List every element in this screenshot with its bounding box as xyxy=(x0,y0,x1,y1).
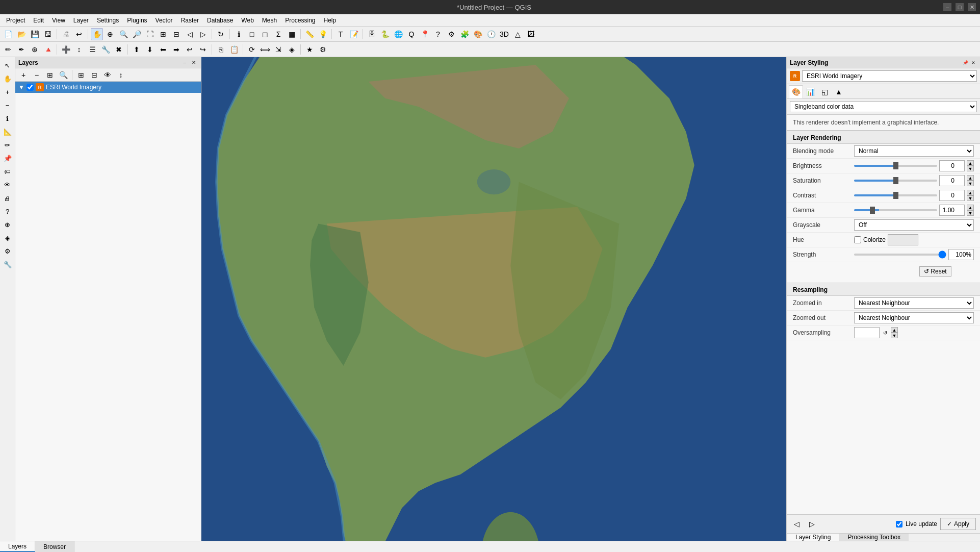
identify-button[interactable]: ℹ xyxy=(233,28,245,40)
browser-button[interactable]: 🌐 xyxy=(392,28,404,40)
apply-button[interactable]: ✓ Apply xyxy=(940,518,976,530)
close-button[interactable]: ✕ xyxy=(968,3,976,11)
redo-button[interactable]: ↪ xyxy=(197,43,209,56)
saturation-input[interactable]: 0 xyxy=(939,175,965,186)
python-button[interactable]: 🐍 xyxy=(379,28,391,40)
maximize-button[interactable]: □ xyxy=(956,3,964,11)
paste-button[interactable]: 📋 xyxy=(228,43,240,56)
attribute-table-button[interactable]: ▦ xyxy=(286,28,298,40)
save-project-button[interactable]: 💾 xyxy=(29,28,41,40)
toggle-visibility-button[interactable]: 👁 xyxy=(101,69,114,81)
coord-button[interactable]: 📍 xyxy=(419,28,431,40)
annotation-button[interactable]: 📌 xyxy=(2,152,14,164)
oversampling-up[interactable]: ▲ xyxy=(891,327,898,333)
filter-layer-button[interactable]: 🔍 xyxy=(57,69,69,81)
select-button[interactable]: □ xyxy=(246,28,258,40)
menu-project[interactable]: Project xyxy=(2,16,29,25)
collapse-all-button[interactable]: ⊟ xyxy=(88,69,100,81)
hue-color-picker[interactable] xyxy=(888,234,918,245)
menu-web[interactable]: Web xyxy=(237,16,257,25)
tips-button[interactable]: 💡 xyxy=(317,28,329,40)
menu-vector[interactable]: Vector xyxy=(151,16,177,25)
tools-button[interactable]: 🔧 xyxy=(2,258,14,270)
style-manager-button[interactable]: 🎨 xyxy=(472,28,484,40)
zoom-layer-button[interactable]: ⊞ xyxy=(157,28,169,40)
zoom-out-button[interactable]: 🔎 xyxy=(131,28,143,40)
history-back-button[interactable]: ◁ xyxy=(791,518,802,530)
save-as-button[interactable]: 🖫 xyxy=(42,28,54,40)
layers-close-button[interactable]: ✕ xyxy=(190,59,198,67)
layer-select-dropdown[interactable]: ESRI World Imagery xyxy=(802,70,977,82)
contrast-input[interactable]: 0 xyxy=(939,190,965,201)
layers-bottom-tab[interactable]: Layers xyxy=(0,541,35,552)
layer-order-tb-button[interactable]: ↕ xyxy=(115,69,127,81)
layer-order-button[interactable]: ↕ xyxy=(73,43,85,56)
digitize-button[interactable]: ✒ xyxy=(15,43,28,56)
contrast-slider[interactable] xyxy=(854,194,937,196)
saturation-slider[interactable] xyxy=(854,180,937,182)
help-button[interactable]: ? xyxy=(432,28,444,40)
move-right-button[interactable]: ➡ xyxy=(170,43,183,56)
map-canvas[interactable] xyxy=(201,57,786,541)
print-button[interactable]: 🖨 xyxy=(60,28,72,40)
gamma-input[interactable]: 1.00 xyxy=(939,205,965,216)
data-source-button[interactable]: 🗄 xyxy=(366,28,378,40)
pan-map-button[interactable]: ⊕ xyxy=(104,28,116,40)
contrast-down[interactable]: ▼ xyxy=(967,195,974,201)
minimize-button[interactable]: – xyxy=(943,3,951,11)
saturation-down[interactable]: ▼ xyxy=(967,181,974,186)
settings-left-button[interactable]: ⚙ xyxy=(2,245,14,257)
measure-button[interactable]: 📏 xyxy=(303,28,316,40)
menu-layer[interactable]: Layer xyxy=(69,16,93,25)
add-layer-group-button[interactable]: ➕ xyxy=(60,43,72,56)
undo-button[interactable]: ↩ xyxy=(73,28,85,40)
copy2-button[interactable]: ⎘ xyxy=(215,43,227,56)
zoomed-in-select[interactable]: Nearest Neighbour xyxy=(854,297,974,309)
topology-button[interactable]: 🔺 xyxy=(42,43,54,56)
measure-left-button[interactable]: 📐 xyxy=(2,126,14,138)
oversampling-reset-button[interactable]: ↺ xyxy=(881,328,890,337)
tab-transparency-icon[interactable]: ◱ xyxy=(817,85,832,98)
expand-all-button[interactable]: ⊞ xyxy=(75,69,87,81)
preview-button[interactable]: 👁 xyxy=(2,179,14,191)
tab-render-icon[interactable]: 📊 xyxy=(803,85,817,98)
reset-button[interactable]: ↺ Reset xyxy=(919,266,951,277)
filter-button[interactable]: 🔧 xyxy=(99,43,112,56)
menu-database[interactable]: Database xyxy=(203,16,237,25)
menu-edit[interactable]: Edit xyxy=(29,16,48,25)
elevation-button[interactable]: △ xyxy=(511,28,524,40)
zoom-out-left-button[interactable]: − xyxy=(2,99,14,111)
new-print-button[interactable]: 🖼 xyxy=(525,28,537,40)
text-annotation-button[interactable]: T xyxy=(334,28,347,40)
zoom-prev-button[interactable]: ◁ xyxy=(184,28,196,40)
brightness-up[interactable]: ▲ xyxy=(967,160,974,166)
menu-plugins[interactable]: Plugins xyxy=(123,16,151,25)
tab-layer-styling[interactable]: Layer Styling xyxy=(787,534,839,541)
styling-pin-button[interactable]: 📌 xyxy=(962,59,969,66)
menu-help[interactable]: Help xyxy=(320,16,341,25)
reshape-btn[interactable]: ◈ xyxy=(286,43,298,56)
layer-notes-button[interactable]: 📝 xyxy=(348,28,360,40)
gamma-up[interactable]: ▲ xyxy=(967,205,974,210)
menu-raster[interactable]: Raster xyxy=(177,16,203,25)
oversampling-down[interactable]: ▼ xyxy=(891,333,898,338)
brightness-input[interactable]: 0 xyxy=(939,160,965,171)
advanced-btn[interactable]: ⚙ xyxy=(317,43,329,56)
georef-button[interactable]: ⊕ xyxy=(2,218,14,231)
colorize-checkbox[interactable] xyxy=(854,236,861,243)
gamma-down[interactable]: ▼ xyxy=(967,210,974,216)
scale-btn[interactable]: ⇲ xyxy=(272,43,285,56)
open-project-button[interactable]: 📂 xyxy=(15,28,28,40)
feature-btn[interactable]: ★ xyxy=(303,43,316,56)
deselect-button[interactable]: ◻ xyxy=(259,28,271,40)
renderer-select-dropdown[interactable]: Singleband color data xyxy=(790,101,977,112)
map-area[interactable] xyxy=(201,57,786,541)
brightness-down[interactable]: ▼ xyxy=(967,166,974,171)
grayscale-select[interactable]: Off xyxy=(854,219,974,231)
statistics-button[interactable]: Σ xyxy=(272,28,285,40)
edit-pencil-button[interactable]: ✏ xyxy=(2,43,14,56)
browser-bottom-tab[interactable]: Browser xyxy=(35,541,74,552)
strength-input[interactable] xyxy=(948,249,974,260)
mirror-btn[interactable]: ⟺ xyxy=(259,43,271,56)
draw-button[interactable]: ✏ xyxy=(2,139,14,151)
